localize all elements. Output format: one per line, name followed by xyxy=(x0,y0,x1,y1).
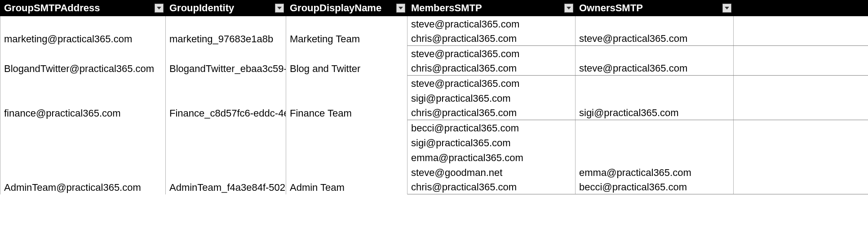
cell-member-smtp[interactable]: emma@practical365.com xyxy=(407,150,576,165)
cell-owner-smtp[interactable] xyxy=(576,135,734,150)
cell-empty xyxy=(734,61,868,76)
col-header-group-smtp-address[interactable]: GroupSMTPAddress xyxy=(0,0,166,16)
cell-empty xyxy=(734,135,868,150)
table-body: marketing@practical365.commarketing_9768… xyxy=(0,16,868,194)
cell-empty xyxy=(734,31,868,46)
cell-empty xyxy=(734,90,868,105)
chevron-down-icon xyxy=(567,7,571,9)
cell-member-smtp[interactable]: steve@practical365.com xyxy=(407,76,576,90)
cell-owner-smtp[interactable] xyxy=(576,150,734,165)
cell-groupdisplayname[interactable]: Blog and Twitter xyxy=(286,46,407,76)
cell-member-smtp[interactable]: chris@practical365.com xyxy=(407,31,576,46)
cell-member-smtp[interactable]: steve@practical365.com xyxy=(407,46,576,61)
header-row: GroupSMTPAddress GroupIdentity GroupDisp… xyxy=(0,0,868,16)
col-header-label: OwnersSMTP xyxy=(579,2,643,14)
table-row: AdminTeam@practical365.comAdminTeam_f4a3… xyxy=(0,120,868,135)
cell-empty xyxy=(734,76,868,90)
table-row: finance@practical365.comFinance_c8d57fc6… xyxy=(0,76,868,90)
cell-groupsmtpaddress[interactable]: finance@practical365.com xyxy=(0,76,166,120)
cell-empty xyxy=(734,165,868,180)
cell-member-smtp[interactable]: steve@goodman.net xyxy=(407,165,576,180)
cell-empty xyxy=(734,105,868,120)
cell-groupdisplayname[interactable]: Admin Team xyxy=(286,120,407,194)
cell-groupidentity[interactable]: marketing_97683e1a8b xyxy=(166,16,286,46)
cell-empty xyxy=(734,150,868,165)
cell-owner-smtp[interactable] xyxy=(576,90,734,105)
filter-button[interactable] xyxy=(722,4,731,13)
cell-owner-smtp[interactable]: becci@practical365.com xyxy=(576,180,734,194)
col-header-empty xyxy=(734,0,868,16)
col-header-owners-smtp[interactable]: OwnersSMTP xyxy=(576,0,734,16)
filter-button[interactable] xyxy=(564,4,573,13)
col-header-group-display-name[interactable]: GroupDisplayName xyxy=(286,0,407,16)
cell-groupidentity[interactable]: BlogandTwitter_ebaa3c59-1 xyxy=(166,46,286,76)
cell-owner-smtp[interactable] xyxy=(576,120,734,135)
cell-groupdisplayname[interactable]: Marketing Team xyxy=(286,16,407,46)
filter-button[interactable] xyxy=(396,4,405,13)
col-header-group-identity[interactable]: GroupIdentity xyxy=(166,0,286,16)
cell-member-smtp[interactable]: chris@practical365.com xyxy=(407,180,576,194)
col-header-label: GroupSMTPAddress xyxy=(4,2,100,14)
cell-owner-smtp[interactable] xyxy=(576,46,734,61)
cell-empty xyxy=(734,180,868,194)
col-header-label: MembersSMTP xyxy=(411,2,482,14)
chevron-down-icon xyxy=(277,7,282,9)
cell-member-smtp[interactable]: sigi@practical365.com xyxy=(407,135,576,150)
col-header-label: GroupDisplayName xyxy=(290,2,381,14)
filter-button[interactable] xyxy=(155,4,164,13)
chevron-down-icon xyxy=(725,7,729,9)
cell-groupidentity[interactable]: Finance_c8d57fc6-eddc-4ea xyxy=(166,76,286,120)
chevron-down-icon xyxy=(399,7,403,9)
cell-empty xyxy=(734,46,868,61)
chevron-down-icon xyxy=(157,7,161,9)
col-header-label: GroupIdentity xyxy=(169,2,234,14)
cell-member-smtp[interactable]: steve@practical365.com xyxy=(407,16,576,31)
table-row: marketing@practical365.commarketing_9768… xyxy=(0,16,868,31)
filter-button[interactable] xyxy=(275,4,284,13)
cell-groupsmtpaddress[interactable]: BlogandTwitter@practical365.com xyxy=(0,46,166,76)
cell-owner-smtp[interactable]: steve@practical365.com xyxy=(576,31,734,46)
col-header-members-smtp[interactable]: MembersSMTP xyxy=(407,0,576,16)
cell-member-smtp[interactable]: sigi@practical365.com xyxy=(407,90,576,105)
cell-member-smtp[interactable]: chris@practical365.com xyxy=(407,105,576,120)
cell-groupdisplayname[interactable]: Finance Team xyxy=(286,76,407,120)
cell-groupsmtpaddress[interactable]: marketing@practical365.com xyxy=(0,16,166,46)
table-row: BlogandTwitter@practical365.comBlogandTw… xyxy=(0,46,868,61)
cell-groupidentity[interactable]: AdminTeam_f4a3e84f-5020 xyxy=(166,120,286,194)
cell-member-smtp[interactable]: becci@practical365.com xyxy=(407,120,576,135)
cell-empty xyxy=(734,120,868,135)
groups-table: GroupSMTPAddress GroupIdentity GroupDisp… xyxy=(0,0,868,194)
cell-member-smtp[interactable]: chris@practical365.com xyxy=(407,61,576,76)
cell-owner-smtp[interactable] xyxy=(576,16,734,31)
cell-owner-smtp[interactable]: steve@practical365.com xyxy=(576,61,734,76)
cell-owner-smtp[interactable]: emma@practical365.com xyxy=(576,165,734,180)
cell-groupsmtpaddress[interactable]: AdminTeam@practical365.com xyxy=(0,120,166,194)
cell-owner-smtp[interactable]: sigi@practical365.com xyxy=(576,105,734,120)
cell-owner-smtp[interactable] xyxy=(576,76,734,90)
cell-empty xyxy=(734,16,868,31)
